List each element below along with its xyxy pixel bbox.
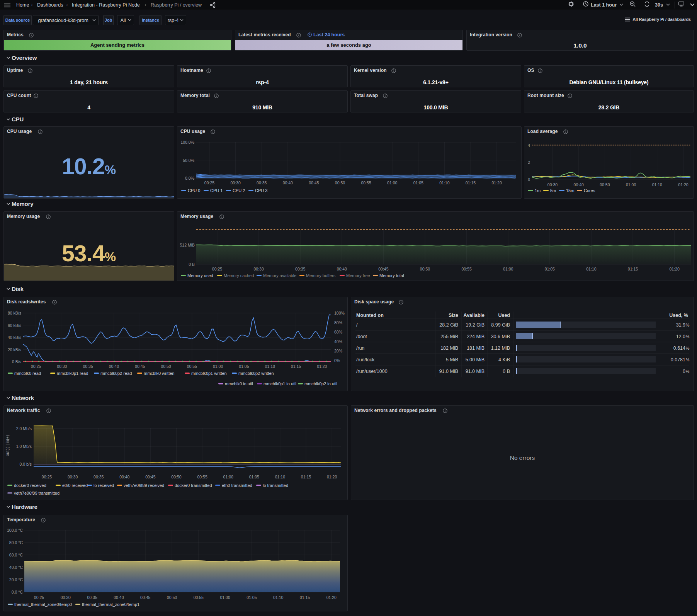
svg-text:00:50: 00:50 bbox=[600, 182, 610, 187]
svg-text:00:25: 00:25 bbox=[34, 595, 44, 600]
svg-text:00:30: 00:30 bbox=[230, 180, 240, 185]
svg-text:00:45: 00:45 bbox=[140, 595, 150, 600]
svg-text:lo received: lo received bbox=[94, 483, 114, 488]
svg-text:28.2 GiB: 28.2 GiB bbox=[439, 322, 458, 328]
svg-text:01:00: 01:00 bbox=[213, 364, 223, 369]
svg-text:00:25: 00:25 bbox=[42, 475, 52, 479]
svg-text:01:15: 01:15 bbox=[291, 364, 301, 369]
svg-text:00:45: 00:45 bbox=[309, 180, 319, 185]
svg-text:Memory available: Memory available bbox=[263, 273, 296, 278]
svg-text:00:45: 00:45 bbox=[378, 267, 388, 271]
svg-text:%: % bbox=[686, 369, 689, 374]
svg-text:00:40: 00:40 bbox=[283, 180, 293, 185]
svg-text:1m: 1m bbox=[535, 188, 541, 193]
svg-text:91.0 MiB: 91.0 MiB bbox=[439, 369, 458, 374]
svg-text:00:25: 00:25 bbox=[204, 180, 214, 185]
svg-text:00:55: 00:55 bbox=[361, 180, 371, 185]
svg-text:docker0 transmitted: docker0 transmitted bbox=[175, 483, 212, 488]
svg-text:0%: 0% bbox=[334, 358, 340, 363]
svg-text:01:10: 01:10 bbox=[586, 267, 596, 271]
svg-text:00:55: 00:55 bbox=[197, 475, 207, 479]
svg-text:100%: 100% bbox=[334, 311, 345, 315]
svg-text:40%: 40% bbox=[334, 339, 342, 344]
svg-text:40.0 °C: 40.0 °C bbox=[9, 565, 23, 570]
svg-text:01:10: 01:10 bbox=[652, 182, 662, 187]
svg-text:out(-) | in(+): out(-) | in(+) bbox=[5, 435, 10, 456]
svg-text:00:50: 00:50 bbox=[171, 475, 181, 479]
svg-text:Cores: Cores bbox=[584, 188, 595, 193]
svg-text:01:00: 01:00 bbox=[223, 475, 233, 479]
svg-text:182 MiB: 182 MiB bbox=[440, 345, 458, 351]
svg-text:01:15: 01:15 bbox=[301, 475, 311, 479]
svg-text:CPU 1: CPU 1 bbox=[210, 188, 223, 193]
svg-text:01:00: 01:00 bbox=[220, 595, 230, 600]
svg-text:40 kB/s: 40 kB/s bbox=[8, 335, 21, 340]
svg-text:00:25: 00:25 bbox=[212, 267, 222, 271]
svg-text:/run/lock: /run/lock bbox=[356, 357, 375, 362]
svg-text:thermal_thermal_zone0/temp0: thermal_thermal_zone0/temp0 bbox=[14, 602, 72, 607]
svg-text:00:40: 00:40 bbox=[114, 595, 124, 600]
svg-text:01:20: 01:20 bbox=[491, 180, 502, 185]
svg-text:/run/user/1000: /run/user/1000 bbox=[356, 369, 388, 374]
svg-text:01:05: 01:05 bbox=[246, 595, 257, 600]
svg-text:0: 0 bbox=[528, 177, 530, 182]
svg-text:00:30: 00:30 bbox=[61, 595, 71, 600]
svg-text:5.00 MiB: 5.00 MiB bbox=[466, 357, 484, 362]
svg-text:00:55: 00:55 bbox=[187, 364, 197, 369]
svg-text:01:05: 01:05 bbox=[545, 267, 555, 271]
svg-text:00:50: 00:50 bbox=[420, 267, 430, 271]
svg-text:01:10: 01:10 bbox=[273, 595, 283, 600]
svg-text:01:00: 01:00 bbox=[387, 180, 397, 185]
svg-text:01:00: 01:00 bbox=[626, 182, 636, 187]
svg-text:0.0 b/s: 0.0 b/s bbox=[19, 462, 32, 466]
svg-text:01:20: 01:20 bbox=[326, 595, 337, 600]
svg-text:%: % bbox=[686, 357, 689, 362]
svg-text:00:40: 00:40 bbox=[574, 182, 584, 187]
svg-text:01:15: 01:15 bbox=[466, 180, 476, 185]
svg-text:Memory free: Memory free bbox=[346, 273, 370, 278]
svg-text:255 MiB: 255 MiB bbox=[440, 334, 458, 339]
svg-text:mmcblk0p1 written: mmcblk0p1 written bbox=[191, 371, 227, 376]
svg-text:00:40: 00:40 bbox=[337, 267, 347, 271]
svg-text:00:35: 00:35 bbox=[257, 180, 267, 185]
svg-text:eth0 transmitted: eth0 transmitted bbox=[222, 483, 252, 488]
svg-text:00:25: 00:25 bbox=[31, 364, 41, 369]
svg-text:1.0 Mb/s: 1.0 Mb/s bbox=[16, 444, 32, 449]
svg-text:%: % bbox=[686, 334, 689, 339]
svg-text:80%: 80% bbox=[334, 320, 342, 325]
svg-text:Size: Size bbox=[449, 313, 458, 318]
svg-text:01:05: 01:05 bbox=[249, 475, 259, 479]
svg-text:0: 0 bbox=[683, 369, 685, 374]
svg-text:mmcblk0p2 io util: mmcblk0p2 io util bbox=[304, 381, 337, 386]
svg-text:mmcblk0p1 read: mmcblk0p1 read bbox=[57, 371, 88, 376]
svg-text:0 B/s: 0 B/s bbox=[12, 359, 21, 364]
svg-text:0.0%: 0.0% bbox=[185, 176, 194, 180]
svg-text:80 kB/s: 80 kB/s bbox=[8, 311, 21, 315]
svg-text:Used, %: Used, % bbox=[669, 313, 688, 318]
svg-text:veth7e06f89 received: veth7e06f89 received bbox=[124, 483, 164, 488]
svg-text:%: % bbox=[686, 323, 689, 327]
svg-text:80.0 °C: 80.0 °C bbox=[9, 540, 23, 545]
svg-text:00:30: 00:30 bbox=[68, 475, 78, 479]
svg-text:01:15: 01:15 bbox=[300, 595, 310, 600]
svg-text:60 kB/s: 60 kB/s bbox=[8, 323, 21, 328]
svg-text:mmcblk0 read: mmcblk0 read bbox=[14, 371, 41, 376]
svg-text:30.6 MiB: 30.6 MiB bbox=[491, 334, 510, 339]
svg-text:01:10: 01:10 bbox=[439, 180, 449, 185]
svg-text:mmcblk0p1 io util: mmcblk0p1 io util bbox=[264, 381, 296, 386]
svg-text:thermal_thermal_zone0/temp1: thermal_thermal_zone0/temp1 bbox=[82, 602, 139, 607]
svg-text:4: 4 bbox=[528, 143, 530, 148]
svg-text:00:35: 00:35 bbox=[87, 595, 97, 600]
svg-text:01:15: 01:15 bbox=[628, 267, 638, 271]
svg-text:15m: 15m bbox=[566, 188, 574, 193]
svg-text:01:20: 01:20 bbox=[669, 267, 679, 271]
svg-text:0.0781: 0.0781 bbox=[671, 357, 685, 362]
svg-text:0 B: 0 B bbox=[189, 262, 195, 267]
svg-text:60%: 60% bbox=[334, 330, 342, 334]
svg-text:/run: /run bbox=[356, 345, 365, 351]
svg-text:01:20: 01:20 bbox=[678, 182, 688, 187]
svg-text:00:35: 00:35 bbox=[83, 364, 93, 369]
svg-text:2.0 Mb/s: 2.0 Mb/s bbox=[16, 426, 32, 431]
svg-text:docker0 received: docker0 received bbox=[14, 483, 46, 488]
svg-text:31.9: 31.9 bbox=[676, 322, 685, 328]
